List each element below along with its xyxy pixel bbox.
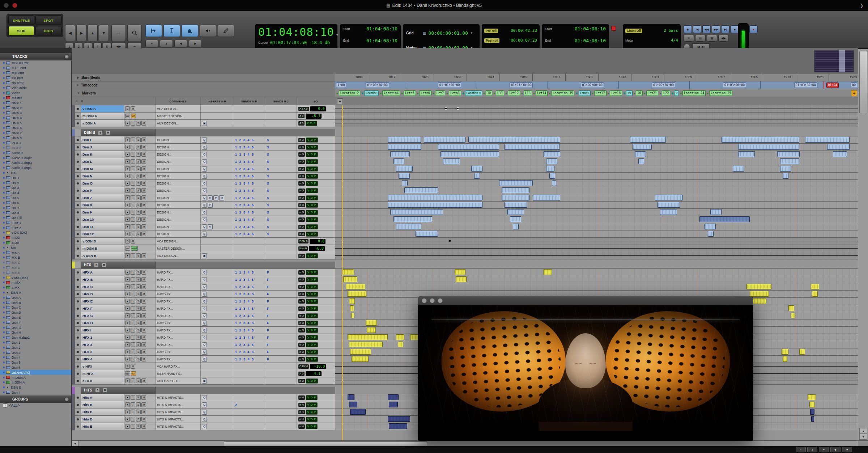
track-state-cell[interactable] — [75, 401, 81, 408]
track-button-m[interactable]: M — [141, 224, 146, 229]
track-button-i[interactable]: I — [131, 350, 135, 354]
track-name[interactable]: HFX 4 — [81, 356, 124, 363]
track-lane[interactable] — [335, 120, 858, 127]
track-button-m[interactable]: M — [141, 145, 146, 149]
track-button-m[interactable]: M — [141, 277, 146, 282]
track-sends-ae[interactable] — [233, 252, 265, 259]
track-button-i[interactable]: I — [131, 137, 135, 142]
track-sends-fj[interactable]: F — [265, 283, 297, 290]
sidebar-track-m-dsn-a[interactable]: m DSN A — [0, 375, 71, 380]
track-button-s[interactable]: S — [136, 402, 141, 407]
track-lane[interactable] — [335, 283, 858, 291]
audio-clip[interactable] — [388, 394, 399, 400]
track-button-m[interactable]: M — [141, 121, 146, 126]
track-button-[interactable]: ● — [125, 232, 130, 236]
track-state-cell[interactable] — [75, 165, 81, 172]
track-state-cell[interactable] — [75, 348, 81, 355]
track-inserts[interactable]: Q — [201, 423, 233, 430]
track-button-s[interactable]: S — [136, 270, 141, 275]
track-button-vol[interactable]: vol — [125, 246, 130, 251]
insert-slot[interactable]: Q — [202, 166, 207, 172]
track-button-m[interactable]: M — [141, 203, 146, 207]
track-button-[interactable]: ● — [125, 188, 130, 193]
audio-clip[interactable] — [474, 173, 480, 179]
track-show-dot[interactable] — [3, 67, 5, 69]
group-m-button[interactable]: M — [102, 263, 106, 267]
audio-clip[interactable] — [505, 144, 560, 150]
track-state-cell[interactable] — [75, 291, 81, 297]
io-output[interactable]: V D P — [306, 306, 318, 311]
track-inserts[interactable]: Q — [201, 230, 233, 237]
marker-lct21[interactable]: ◆Lct21 — [644, 90, 658, 96]
track-io[interactable]: n OV D P — [297, 209, 335, 216]
audio-clip[interactable] — [388, 137, 421, 143]
track-button-s[interactable]: S — [136, 152, 141, 157]
track-io[interactable]: A 0-6.1 — [297, 113, 335, 119]
audio-clip[interactable] — [443, 158, 460, 164]
marker-lctn16[interactable]: ◆Lctn16 — [575, 90, 591, 96]
io-output[interactable]: V D P — [306, 395, 318, 400]
track-show-dot[interactable] — [3, 222, 5, 224]
track-sends-ae[interactable] — [233, 408, 265, 415]
audio-clip[interactable] — [546, 166, 554, 172]
track-sends-fj[interactable]: S — [265, 230, 297, 237]
track-comment[interactable]: DESIGN... — [156, 194, 201, 201]
audio-clip[interactable] — [456, 276, 467, 282]
track-sends-fj[interactable]: S — [265, 216, 297, 223]
track-io[interactable]: n OV D P — [297, 298, 335, 305]
track-io[interactable]: n OV D P — [297, 165, 335, 172]
track-state-cell[interactable] — [75, 334, 81, 341]
track-show-dot[interactable] — [3, 157, 5, 159]
sidebar-track-dsn-c[interactable]: Dsn C — [0, 305, 71, 310]
track-inserts[interactable]: Q — [201, 298, 233, 305]
track-name[interactable]: m DSN A — [81, 113, 124, 119]
track-button-s[interactable]: S — [136, 417, 141, 422]
audio-clip[interactable] — [388, 195, 482, 200]
track-name[interactable]: HFX H — [81, 319, 124, 326]
track-state-cell[interactable] — [75, 216, 81, 223]
track-inserts[interactable]: Q — [201, 416, 233, 423]
track-button-i[interactable]: I — [131, 335, 135, 340]
track-inserts[interactable]: Q — [201, 209, 233, 216]
track-lane[interactable] — [335, 194, 858, 202]
audio-clip[interactable] — [783, 173, 788, 179]
track-button-m[interactable]: M — [141, 217, 146, 222]
tracks-panel-header[interactable]: TRACKS — [0, 53, 71, 60]
track-button-i[interactable]: I — [131, 152, 135, 157]
audio-clip[interactable] — [810, 409, 814, 415]
track-sends-ae[interactable] — [233, 363, 265, 370]
folder-expander-icon[interactable]: ▼ — [6, 386, 9, 389]
audio-clip[interactable] — [630, 137, 666, 143]
track-inserts[interactable]: Q — [201, 276, 233, 283]
audio-clip[interactable] — [733, 166, 744, 172]
audio-clip[interactable] — [393, 158, 404, 164]
audio-clip[interactable] — [799, 349, 805, 355]
track-name[interactable]: v DSN B — [81, 238, 124, 245]
add-track-button[interactable]: + — [337, 98, 343, 104]
track-state-cell[interactable] — [75, 151, 81, 158]
track-button-m[interactable]: M — [141, 195, 146, 200]
track-state-cell[interactable] — [75, 120, 81, 127]
audio-clip[interactable] — [349, 342, 383, 347]
audio-clip[interactable] — [809, 402, 815, 407]
track-show-dot[interactable] — [3, 162, 5, 164]
track-name[interactable]: Hits B — [81, 401, 124, 408]
track-inserts[interactable]: Q — [201, 269, 233, 276]
track-button-s[interactable]: S — [136, 232, 141, 236]
track-io[interactable]: n OV D P — [297, 327, 335, 334]
zoom-arrow-button-0[interactable]: ◀ — [65, 25, 75, 41]
track-sends-fj[interactable] — [265, 113, 297, 119]
sidebar-track-audio-2-dup2[interactable]: Audio 2.dup2 — [0, 155, 71, 160]
track-inserts[interactable]: ▣ — [201, 252, 233, 259]
track-show-dot[interactable] — [3, 72, 5, 74]
automation-breakpoint[interactable] — [445, 107, 447, 110]
marker-l11[interactable]: ◆L11 — [493, 90, 504, 96]
sidebar-track-m-mx[interactable]: m MX — [0, 280, 71, 285]
track-button-s[interactable]: S — [136, 313, 141, 318]
scroll-down-button[interactable]: ▼ — [859, 434, 867, 440]
sidebar-track-futz-1[interactable]: Futz 1 — [0, 220, 71, 225]
track-sends-fj[interactable] — [265, 423, 297, 430]
track-sends-fj[interactable]: F — [265, 356, 297, 363]
track-lane[interactable] — [335, 105, 858, 113]
track-button-i[interactable]: I — [131, 321, 135, 325]
